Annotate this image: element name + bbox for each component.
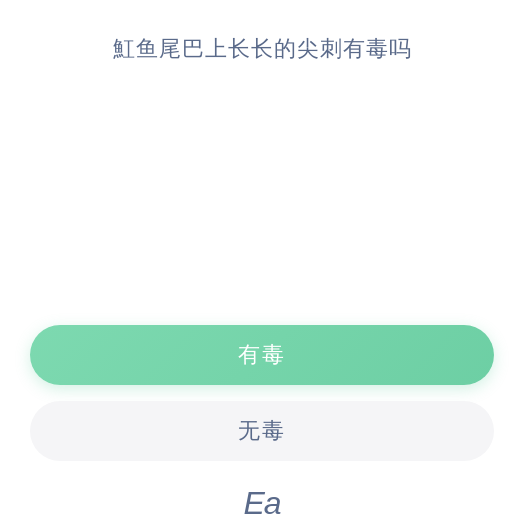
content-area (0, 85, 524, 305)
bottom-indicator: Ea (0, 485, 524, 532)
question-text: 魟鱼尾巴上长长的尖刺有毒吗 (113, 36, 412, 61)
question-section: 魟鱼尾巴上长长的尖刺有毒吗 (0, 0, 524, 85)
primary-button[interactable]: 有毒 (30, 325, 494, 385)
secondary-button[interactable]: 无毒 (30, 401, 494, 461)
indicator-text: Ea (243, 485, 280, 522)
buttons-section: 有毒 无毒 (0, 305, 524, 485)
